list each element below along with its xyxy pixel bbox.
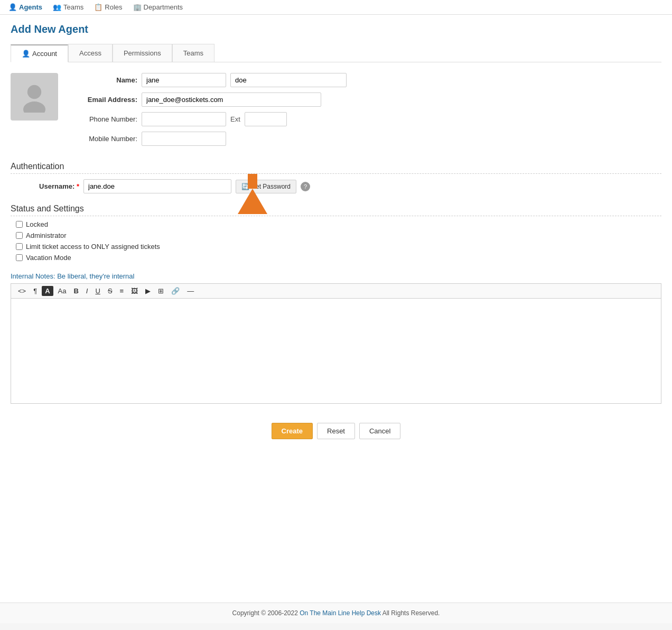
username-label: Username: * xyxy=(11,182,79,190)
toolbar-code-btn[interactable]: <> xyxy=(15,286,29,296)
create-button[interactable]: Create xyxy=(272,423,313,439)
toolbar-paragraph-btn[interactable]: ¶ xyxy=(31,286,40,296)
last-name-input[interactable] xyxy=(230,73,347,87)
avatar-row: Name: Email Address: Phone Number: Ext xyxy=(11,73,661,151)
tab-access[interactable]: Access xyxy=(68,44,113,62)
svg-point-0 xyxy=(27,85,41,99)
toolbar-video-btn[interactable]: ▶ xyxy=(143,286,153,296)
username-row: Username: * 🔄 Set Password ? xyxy=(11,179,661,193)
phone-row: Phone Number: Ext xyxy=(69,112,661,126)
toolbar-font-color-btn[interactable]: A xyxy=(42,286,53,296)
toolbar-italic-btn[interactable]: I xyxy=(83,286,91,296)
help-icon[interactable]: ? xyxy=(301,182,310,191)
tab-bar: 👤 Account Access Permissions Teams xyxy=(11,44,661,62)
ext-label: Ext xyxy=(230,115,240,123)
administrator-checkbox[interactable] xyxy=(16,232,23,239)
departments-icon: 🏢 xyxy=(133,3,142,11)
nav-departments[interactable]: 🏢 Departments xyxy=(133,3,183,11)
tab-permissions[interactable]: Permissions xyxy=(113,44,172,62)
refresh-icon: 🔄 xyxy=(241,183,249,190)
toolbar-underline-btn[interactable]: U xyxy=(92,286,102,296)
phone-label: Phone Number: xyxy=(69,115,137,123)
username-area: Username: * 🔄 Set Password ? xyxy=(11,179,661,193)
account-fields: Name: Email Address: Phone Number: Ext xyxy=(69,73,661,151)
locked-row: Locked xyxy=(11,220,661,228)
ext-input[interactable] xyxy=(245,112,287,126)
vacation-mode-row: Vacation Mode xyxy=(11,254,661,262)
email-row: Email Address: xyxy=(69,92,661,107)
name-label: Name: xyxy=(69,76,137,84)
roles-icon: 📋 xyxy=(94,3,102,11)
tab-account[interactable]: 👤 Account xyxy=(11,44,68,62)
authentication-section: Authentication Username: * 🔄 Set Passwor… xyxy=(11,162,661,193)
username-input[interactable] xyxy=(83,179,231,193)
mobile-row: Mobile Number: xyxy=(69,132,661,146)
required-indicator: * xyxy=(77,182,79,190)
notes-editor[interactable] xyxy=(11,298,661,404)
vacation-mode-checkbox[interactable] xyxy=(16,254,23,261)
email-label: Email Address: xyxy=(69,96,137,104)
footer: Copyright © 2006-2022 On The Main Line H… xyxy=(0,603,672,623)
internal-notes-label: Internal Notes: Be liberal, they're inte… xyxy=(11,272,661,280)
vacation-mode-label: Vacation Mode xyxy=(26,254,71,262)
account-form-section: Name: Email Address: Phone Number: Ext xyxy=(11,73,661,151)
status-settings-section: Status and Settings Locked Administrator… xyxy=(11,204,661,262)
toolbar-strikethrough-btn[interactable]: S xyxy=(105,286,115,296)
mobile-label: Mobile Number: xyxy=(69,135,137,143)
toolbar-link-btn[interactable]: 🔗 xyxy=(169,286,182,296)
locked-label: Locked xyxy=(26,220,48,228)
locked-checkbox[interactable] xyxy=(16,221,23,228)
limit-access-checkbox[interactable] xyxy=(16,243,23,250)
account-icon: 👤 xyxy=(22,50,30,58)
toolbar-list-btn[interactable]: ≡ xyxy=(117,286,127,296)
status-settings-header: Status and Settings xyxy=(11,204,661,216)
svg-point-1 xyxy=(23,101,45,113)
limit-access-label: Limit ticket access to ONLY assigned tic… xyxy=(26,243,160,251)
tab-teams[interactable]: Teams xyxy=(172,44,214,62)
internal-notes-hint: Be liberal, they're internal xyxy=(57,272,134,280)
editor-toolbar: <> ¶ A Aa B I U S ≡ 🖼 ▶ ⊞ 🔗 — xyxy=(11,283,661,298)
page-content: Add New Agent 👤 Account Access Permissio… xyxy=(0,15,672,603)
mobile-input[interactable] xyxy=(142,132,226,146)
cancel-button[interactable]: Cancel xyxy=(359,423,400,439)
nav-roles[interactable]: 📋 Roles xyxy=(94,3,122,11)
top-navigation: 👤 Agents 👥 Teams 📋 Roles 🏢 Departments xyxy=(0,0,672,15)
toolbar-table-btn[interactable]: ⊞ xyxy=(155,286,166,296)
form-buttons: Create Reset Cancel xyxy=(11,414,661,439)
toolbar-image-btn[interactable]: 🖼 xyxy=(128,286,141,296)
set-password-button[interactable]: 🔄 Set Password xyxy=(236,180,296,193)
avatar xyxy=(11,73,58,121)
name-row: Name: xyxy=(69,73,661,87)
authentication-header: Authentication xyxy=(11,162,661,174)
administrator-row: Administrator xyxy=(11,231,661,239)
page-title: Add New Agent xyxy=(11,23,661,35)
reset-button[interactable]: Reset xyxy=(317,423,355,439)
internal-notes-section: Internal Notes: Be liberal, they're inte… xyxy=(11,272,661,404)
phone-input[interactable] xyxy=(142,112,226,126)
toolbar-font-size-btn[interactable]: Aa xyxy=(55,286,69,296)
agents-icon: 👤 xyxy=(8,3,17,11)
toolbar-bold-btn[interactable]: B xyxy=(71,286,81,296)
avatar-icon xyxy=(18,81,50,113)
limit-access-row: Limit ticket access to ONLY assigned tic… xyxy=(11,243,661,251)
footer-link[interactable]: On The Main Line Help Desk xyxy=(300,609,381,617)
administrator-label: Administrator xyxy=(26,231,67,239)
toolbar-hr-btn[interactable]: — xyxy=(184,286,197,296)
nav-agents[interactable]: 👤 Agents xyxy=(8,3,42,11)
nav-teams[interactable]: 👥 Teams xyxy=(53,3,83,11)
first-name-input[interactable] xyxy=(142,73,226,87)
email-input[interactable] xyxy=(142,92,321,107)
teams-icon: 👥 xyxy=(53,3,61,11)
